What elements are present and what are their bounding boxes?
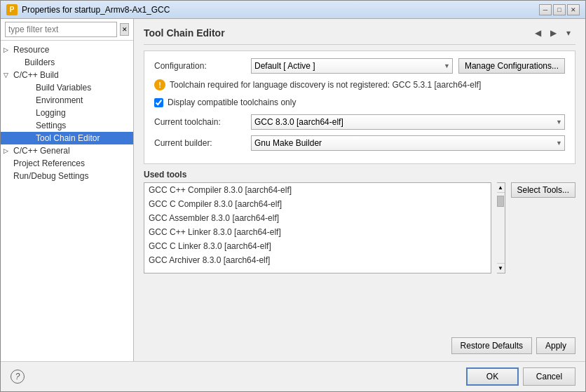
tool-item[interactable]: GCC C++ Linker 8.3.0 [aarch64-elf] [144,225,491,239]
bottom-right: OK Cancel [466,367,575,386]
warning-row: ! Toolchain required for language discov… [154,79,565,90]
toolchain-row: Current toolchain: GCC 8.3.0 [aarch64-el… [154,114,565,130]
title-bar-buttons: ─ □ ✕ [539,4,580,15]
warning-text: Toolchain required for language discover… [170,80,481,90]
select-tools-button[interactable]: Select Tools... [511,182,575,198]
tree-item-toolchain-editor[interactable]: Tool Chain Editor [1,132,133,144]
configuration-label: Configuration: [154,61,245,71]
title-bar: P Properties for startup_Armv8-Ax1_GCC ─… [1,1,585,19]
used-tools-label: Used tools [144,170,575,180]
expand-arrow: ▷ [4,46,11,53]
builder-row: Current builder: Gnu Make Builder ▼ [154,135,565,151]
form-section: Configuration: Default [ Active ] ▼ Mana… [144,50,575,164]
toolchain-label: Current toolchain: [154,117,245,127]
tools-list-wrapper: GCC C++ Compiler 8.3.0 [aarch64-elf]GCC … [144,182,491,273]
tools-scrollbar: ▲ ▼ [497,182,505,273]
window-icon: P [6,4,18,15]
tool-item[interactable]: GCC C Linker 8.3.0 [aarch64-elf] [144,239,491,253]
configuration-select[interactable]: Default [ Active ] [251,58,453,74]
tree-item-label: C/C++ General [13,146,70,156]
tree-item-builders[interactable]: Builders [1,56,133,69]
tool-item[interactable]: GCC Assembler 8.3.0 [aarch64-elf] [144,211,491,225]
tree-item-run-debug[interactable]: Run/Debug Settings [1,170,133,182]
tree-item-build-vars[interactable]: Build Variables [1,81,133,94]
tree-item-label: Tool Chain Editor [36,133,100,143]
builder-select-wrapper: Gnu Make Builder ▼ [251,135,565,151]
scrollbar-thumb[interactable] [497,196,504,207]
bottom-bar: ? OK Cancel [1,361,585,391]
tree-item-project-references[interactable]: Project References [1,157,133,170]
used-tools-section: Used tools GCC C++ Compiler 8.3.0 [aarch… [144,170,575,332]
tree-item-label: Logging [36,108,66,118]
back-button[interactable]: ◀ [531,26,545,40]
tree-item-cpp-general[interactable]: ▷ C/C++ General [1,144,133,157]
tree-item-logging[interactable]: Logging [1,107,133,119]
expand-arrow: ▽ [4,72,11,79]
scrollbar-down-arrow[interactable]: ▼ [497,263,505,273]
minimize-button[interactable]: ─ [539,4,552,15]
tree-item-label: Build Variables [36,83,91,93]
window-title: Properties for startup_Armv8-Ax1_GCC [22,5,539,15]
left-panel: ✕ ▷ Resource Builders ▽ C/C++ Build B [1,19,134,361]
filter-input[interactable] [5,22,117,37]
maximize-button[interactable]: □ [553,4,566,15]
main-content: ✕ ▷ Resource Builders ▽ C/C++ Build B [1,19,585,361]
configuration-row: Configuration: Default [ Active ] ▼ Mana… [154,58,565,74]
filter-box: ✕ [1,19,133,41]
ok-button[interactable]: OK [466,367,519,386]
toolbar-dropdown-button[interactable]: ▾ [561,26,575,40]
tool-item[interactable]: GCC C Compiler 8.3.0 [aarch64-elf] [144,197,491,211]
forward-button[interactable]: ▶ [546,26,560,40]
configuration-select-wrapper: Default [ Active ] ▼ [251,58,453,74]
toolbar-icons: ◀ ▶ ▾ [531,26,575,40]
tree-item-label: Environment [36,95,83,105]
panel-title: Tool Chain Editor [144,27,225,39]
manage-configurations-button[interactable]: Manage Configurations... [458,58,565,74]
tree-item-resource[interactable]: ▷ Resource [1,43,133,56]
bottom-left: ? [11,370,25,384]
tree-item-label: Run/Debug Settings [13,171,88,181]
tree-item-settings[interactable]: Settings [1,119,133,132]
tools-container: GCC C++ Compiler 8.3.0 [aarch64-elf]GCC … [144,182,575,332]
tools-list: GCC C++ Compiler 8.3.0 [aarch64-elf]GCC … [144,183,491,273]
toolchain-select-wrapper: GCC 8.3.0 [aarch64-elf] ▼ [251,114,565,130]
warning-icon: ! [154,79,165,90]
panel-title-bar: Tool Chain Editor ◀ ▶ ▾ [144,26,575,45]
checkbox-label: Display compatible toolchains only [168,97,296,107]
tree-item-environment[interactable]: Environment [1,94,133,107]
builder-select[interactable]: Gnu Make Builder [251,135,565,151]
close-button[interactable]: ✕ [567,4,580,15]
tree-item-label: C/C++ Build [13,70,59,80]
scrollbar-up-arrow[interactable]: ▲ [497,183,505,193]
builder-label: Current builder: [154,138,245,148]
main-window: P Properties for startup_Armv8-Ax1_GCC ─… [0,0,586,392]
checkbox-row: Display compatible toolchains only [154,97,565,107]
scrollbar-track [497,193,505,263]
tree-item-label: Resource [13,45,49,55]
tree-item-label: Project References [13,158,85,168]
restore-defaults-button[interactable]: Restore Defaults [451,337,532,354]
display-compatible-checkbox[interactable] [154,98,163,107]
toolchain-select[interactable]: GCC 8.3.0 [aarch64-elf] [251,114,565,130]
action-buttons: Restore Defaults Apply [144,337,575,354]
tree-item-label: Settings [36,121,66,130]
tree-panel: ▷ Resource Builders ▽ C/C++ Build Build … [1,41,133,361]
apply-button[interactable]: Apply [536,337,575,354]
expand-arrow: ▷ [4,147,11,154]
tree-item-cpp-build[interactable]: ▽ C/C++ Build [1,69,133,81]
help-button[interactable]: ? [11,370,25,384]
right-panel: Tool Chain Editor ◀ ▶ ▾ Configuration: D… [134,19,585,361]
cancel-button[interactable]: Cancel [523,367,575,386]
filter-clear-button[interactable]: ✕ [120,23,129,36]
tool-item[interactable]: GCC Archiver 8.3.0 [aarch64-elf] [144,253,491,267]
tree-item-label: Builders [25,58,55,67]
tool-item[interactable]: GCC C++ Compiler 8.3.0 [aarch64-elf] [144,183,491,197]
